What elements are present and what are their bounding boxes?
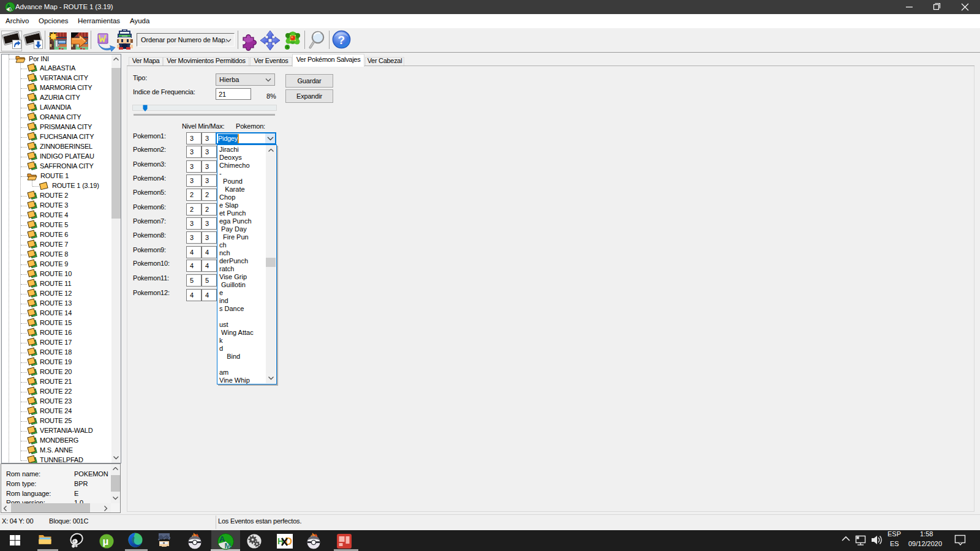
svg-text:µ: µ xyxy=(103,536,109,547)
svg-text:M: M xyxy=(225,541,232,550)
svg-text:M: M xyxy=(9,7,13,12)
svg-text:?: ? xyxy=(338,34,345,47)
